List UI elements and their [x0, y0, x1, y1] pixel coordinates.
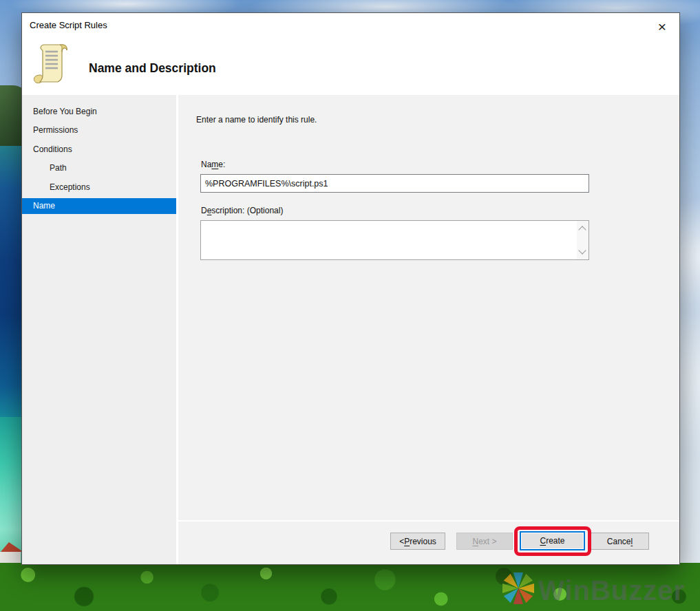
sidebar-item-before-you-begin[interactable]: Before You Begin	[22, 103, 176, 119]
description-textarea[interactable]	[201, 221, 577, 259]
name-input[interactable]	[200, 174, 589, 193]
name-label: Name:	[201, 160, 225, 169]
window-title: Create Script Rules	[30, 20, 107, 30]
sidebar-item-path[interactable]: Path	[22, 160, 176, 176]
description-field	[200, 220, 589, 260]
previous-button[interactable]: < Previous	[390, 533, 445, 550]
scroll-down-icon[interactable]	[578, 246, 586, 254]
create-script-rules-dialog: Create Script Rules × Name and Descripti…	[21, 12, 680, 565]
description-scrollbar[interactable]	[577, 221, 588, 259]
close-icon: ×	[658, 19, 666, 35]
wizard-sidebar: Before You Begin Permissions Conditions …	[22, 95, 178, 564]
create-button[interactable]: Create	[520, 531, 585, 550]
sidebar-item-exceptions[interactable]: Exceptions	[22, 179, 176, 195]
close-button[interactable]: ×	[652, 17, 672, 37]
button-bar-divider	[178, 520, 679, 522]
sidebar-item-name[interactable]: Name	[22, 198, 176, 214]
description-label: Description: (Optional)	[201, 206, 283, 215]
instruction-text: Enter a name to identify this rule.	[196, 115, 317, 125]
watermark-pinwheel-icon	[500, 570, 537, 607]
sidebar-item-conditions[interactable]: Conditions	[22, 141, 176, 157]
scroll-up-icon[interactable]	[578, 226, 586, 233]
next-button[interactable]: Next >	[456, 533, 513, 550]
cancel-button[interactable]: Cancel	[591, 533, 649, 550]
dialog-body: Before You Begin Permissions Conditions …	[22, 95, 679, 564]
page-title: Name and Description	[89, 61, 216, 76]
sidebar-item-permissions[interactable]: Permissions	[22, 122, 176, 138]
script-scroll-icon	[32, 42, 70, 85]
wizard-content: Enter a name to identify this rule. Name…	[178, 95, 679, 564]
watermark: WinBuzzer	[538, 575, 685, 606]
